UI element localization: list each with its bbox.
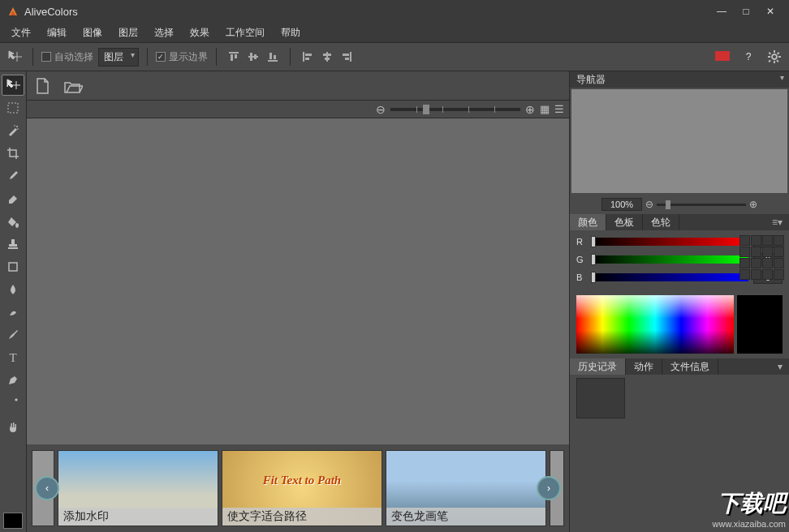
titlebar: AliveColors — □ ✕ bbox=[0, 0, 789, 23]
svg-point-22 bbox=[17, 128, 19, 130]
nav-zoom-slider[interactable] bbox=[657, 204, 746, 206]
slider-g-track[interactable] bbox=[591, 255, 748, 264]
pen-tool[interactable] bbox=[2, 370, 24, 391]
align-bottom-button[interactable] bbox=[264, 48, 282, 66]
separator bbox=[290, 48, 291, 66]
navigator-zoom-value[interactable]: 100% bbox=[601, 198, 642, 211]
svg-rect-26 bbox=[9, 263, 17, 271]
nav-zoom-in-button[interactable]: ⊕ bbox=[749, 199, 757, 210]
move-tool[interactable] bbox=[2, 75, 24, 96]
eyedropper-tool[interactable] bbox=[2, 393, 24, 414]
menu-edit[interactable]: 编辑 bbox=[41, 24, 73, 41]
align-group-horizontal bbox=[299, 48, 356, 66]
shape-tool[interactable] bbox=[2, 256, 24, 277]
menu-image[interactable]: 图像 bbox=[76, 24, 109, 41]
stamp-tool[interactable] bbox=[2, 234, 24, 255]
settings-gear-icon[interactable] bbox=[765, 47, 784, 66]
svg-rect-10 bbox=[305, 54, 312, 56]
color-panel-tabs: 颜色 色板 色轮 ≡ ▾ bbox=[570, 214, 789, 230]
align-left-button[interactable] bbox=[299, 48, 317, 66]
slider-b-track[interactable] bbox=[591, 273, 748, 281]
auto-select-checkbox[interactable]: 自动选择 bbox=[41, 50, 93, 64]
svg-rect-7 bbox=[269, 53, 272, 59]
separator bbox=[32, 48, 33, 66]
menubar: 文件 编辑 图像 图层 选择 效果 工作空间 帮助 bbox=[0, 23, 789, 42]
menu-layer[interactable]: 图层 bbox=[112, 24, 144, 41]
bucket-tool[interactable] bbox=[2, 211, 24, 232]
slider-r-track[interactable] bbox=[591, 238, 748, 246]
color-panel-menu-icon[interactable]: ≡ ▾ bbox=[765, 214, 789, 230]
carousel-caption: 变色龙画笔 bbox=[386, 508, 545, 526]
nav-zoom-out-button[interactable]: ⊖ bbox=[645, 199, 653, 210]
carousel-item-3[interactable]: 变色龙画笔 bbox=[386, 450, 546, 526]
svg-rect-23 bbox=[11, 239, 15, 244]
history-snapshot[interactable] bbox=[576, 378, 625, 418]
tab-file-info[interactable]: 文件信息 bbox=[662, 358, 718, 375]
carousel-item-2[interactable]: Fit Text to Path 使文字适合路径 bbox=[222, 450, 382, 526]
color-spectrum bbox=[576, 295, 783, 354]
tab-wheel[interactable]: 色轮 bbox=[643, 214, 679, 230]
svg-rect-2 bbox=[235, 54, 237, 58]
app-title: AliveColors bbox=[24, 6, 709, 18]
open-document-button[interactable] bbox=[63, 75, 84, 97]
svg-rect-14 bbox=[325, 58, 330, 60]
view-list-button[interactable]: ☰ bbox=[554, 103, 564, 115]
zoom-slider[interactable] bbox=[390, 108, 520, 111]
svg-rect-18 bbox=[715, 51, 730, 61]
menu-select[interactable]: 选择 bbox=[148, 24, 180, 41]
magic-wand-tool[interactable] bbox=[2, 120, 24, 141]
svg-rect-25 bbox=[8, 247, 18, 249]
svg-rect-13 bbox=[323, 54, 331, 56]
navigator-preview[interactable] bbox=[571, 89, 787, 193]
marquee-tool[interactable] bbox=[2, 97, 24, 118]
tab-swatches[interactable]: 色板 bbox=[606, 214, 643, 230]
text-tool[interactable]: T bbox=[2, 347, 24, 368]
carousel-item-1[interactable]: 添加水印 bbox=[58, 450, 218, 526]
menu-effects[interactable]: 效果 bbox=[183, 24, 216, 41]
history-panel-collapse-icon[interactable]: ▾ bbox=[771, 358, 789, 375]
spectrum-picker[interactable] bbox=[576, 295, 734, 354]
foreground-color-swatch[interactable] bbox=[3, 513, 23, 529]
art-brush-tool[interactable] bbox=[2, 324, 24, 345]
view-grid-button[interactable]: ▦ bbox=[540, 103, 550, 115]
menu-workspace[interactable]: 工作空间 bbox=[219, 24, 271, 41]
zoom-in-button[interactable]: ⊕ bbox=[525, 103, 535, 116]
close-button[interactable]: ✕ bbox=[758, 3, 783, 19]
eraser-tool[interactable] bbox=[2, 188, 24, 209]
svg-point-21 bbox=[14, 125, 15, 127]
svg-rect-24 bbox=[9, 244, 17, 247]
smudge-tool[interactable] bbox=[2, 302, 24, 323]
zoom-out-button[interactable]: ⊖ bbox=[376, 103, 386, 116]
canvas[interactable] bbox=[27, 118, 569, 444]
layer-target-dropdown[interactable]: 图层 bbox=[98, 48, 139, 66]
help-icon[interactable]: ? bbox=[739, 47, 758, 66]
blur-tool[interactable] bbox=[2, 279, 24, 300]
notification-icon[interactable] bbox=[713, 47, 732, 66]
collapse-icon[interactable]: ▾ bbox=[780, 73, 784, 82]
tab-history[interactable]: 历史记录 bbox=[570, 358, 626, 375]
show-bounds-checkbox[interactable]: 显示边界 bbox=[156, 50, 208, 64]
options-bar: 自动选择 图层 显示边界 ? bbox=[0, 42, 789, 71]
align-vcenter-button[interactable] bbox=[244, 48, 262, 66]
swatch[interactable] bbox=[739, 235, 750, 246]
align-hcenter-button[interactable] bbox=[318, 48, 336, 66]
carousel-next-button[interactable]: › bbox=[537, 476, 561, 500]
new-document-button[interactable] bbox=[32, 75, 53, 97]
svg-rect-15 bbox=[350, 52, 351, 62]
maximize-button[interactable]: □ bbox=[734, 3, 758, 19]
minimize-button[interactable]: — bbox=[709, 3, 734, 19]
menu-file[interactable]: 文件 bbox=[5, 24, 37, 41]
menu-help[interactable]: 帮助 bbox=[274, 24, 307, 41]
hand-tool[interactable] bbox=[2, 415, 24, 436]
tab-actions[interactable]: 动作 bbox=[626, 358, 662, 375]
current-color-preview[interactable] bbox=[737, 295, 783, 354]
align-top-button[interactable] bbox=[225, 48, 243, 66]
align-right-button[interactable] bbox=[338, 48, 356, 66]
navigator-panel-header[interactable]: 导航器▾ bbox=[570, 71, 789, 88]
svg-rect-19 bbox=[8, 103, 18, 113]
svg-rect-9 bbox=[303, 52, 304, 62]
crop-tool[interactable] bbox=[2, 143, 24, 164]
brush-tool[interactable] bbox=[2, 165, 24, 187]
tab-color[interactable]: 颜色 bbox=[570, 214, 606, 230]
carousel-prev-button[interactable]: ‹ bbox=[35, 476, 59, 500]
